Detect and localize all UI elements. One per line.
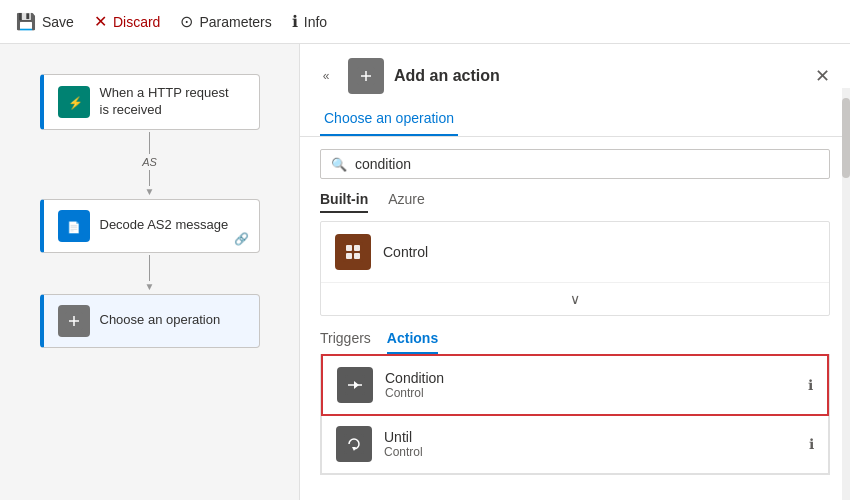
panel-action-icon [348,58,384,94]
tab-triggers[interactable]: Triggers [320,324,371,354]
svg-text:📄: 📄 [67,220,81,234]
discard-label: Discard [113,14,160,30]
search-icon: 🔍 [331,157,347,172]
control-result-icon [335,234,371,270]
main-container: ⚡ When a HTTP requestis received AS ▼ 📄 … [0,44,850,500]
info-button[interactable]: ℹ Info [292,12,327,31]
flow-canvas: ⚡ When a HTTP requestis received AS ▼ 📄 … [0,44,300,500]
search-input[interactable] [355,156,819,172]
until-action-icon [336,426,372,462]
panel-header-left: « Add an action [314,58,500,94]
scrollbar-thumb[interactable] [842,98,850,178]
parameters-button[interactable]: ⊙ Parameters [180,12,271,31]
search-box: 🔍 [320,149,830,179]
save-icon: 💾 [16,12,36,31]
link-icon: 🔗 [234,232,249,246]
filter-tab-builtin[interactable]: Built-in [320,191,368,213]
svg-rect-10 [343,242,363,262]
svg-rect-13 [346,253,352,259]
decode-node-label: Decode AS2 message [100,217,229,234]
action-list: Condition Control ℹ Unti [320,354,830,475]
control-result-text: Control [383,244,815,260]
svg-rect-11 [346,245,352,251]
save-label: Save [42,14,74,30]
operation-node[interactable]: Choose an operation [40,294,260,348]
discard-button[interactable]: ✕ Discard [94,12,160,31]
save-button[interactable]: 💾 Save [16,12,74,31]
toolbar: 💾 Save ✕ Discard ⊙ Parameters ℹ Info [0,0,850,44]
action-tabs: Triggers Actions [320,324,830,355]
svg-text:⚡: ⚡ [68,95,83,110]
control-result-item[interactable]: Control [321,222,829,283]
decode-node-icon: 📄 [58,210,90,242]
parameters-icon: ⊙ [180,12,193,31]
results-section: Control ∨ [320,221,830,316]
info-icon: ℹ [292,12,298,31]
http-node-icon: ⚡ [58,86,90,118]
action-section: Triggers Actions Condition [320,324,830,475]
condition-action-icon [337,367,373,403]
info-label: Info [304,14,327,30]
http-node-label: When a HTTP requestis received [100,85,229,119]
right-panel: « Add an action ✕ Choose an operation [300,44,850,500]
operation-node-icon [58,305,90,337]
filter-tab-azure[interactable]: Azure [388,191,425,213]
condition-action-text: Condition Control [385,370,796,400]
discard-icon: ✕ [94,12,107,31]
panel-tabs: Choose an operation [300,102,850,137]
decode-node[interactable]: 📄 Decode AS2 message 🔗 [40,199,260,253]
panel-title: Add an action [394,67,500,85]
panel-close-button[interactable]: ✕ [815,67,830,85]
tab-choose-operation[interactable]: Choose an operation [320,102,458,136]
parameters-label: Parameters [199,14,271,30]
operation-node-label: Choose an operation [100,312,221,329]
tab-actions[interactable]: Actions [387,324,438,354]
until-info-button[interactable]: ℹ [809,436,814,452]
svg-rect-12 [354,245,360,251]
condition-action-item[interactable]: Condition Control ℹ [321,354,829,416]
svg-rect-14 [354,253,360,259]
http-node[interactable]: ⚡ When a HTTP requestis received [40,74,260,130]
scrollbar-track[interactable] [842,88,850,500]
until-action-text: Until Control [384,429,797,459]
collapse-button[interactable]: « [314,64,338,88]
expand-button[interactable]: ∨ [321,283,829,315]
panel-header: « Add an action ✕ [300,44,850,94]
condition-info-button[interactable]: ℹ [808,377,813,393]
until-action-item[interactable]: Until Control ℹ [322,415,828,473]
filter-tabs: Built-in Azure [300,191,850,213]
